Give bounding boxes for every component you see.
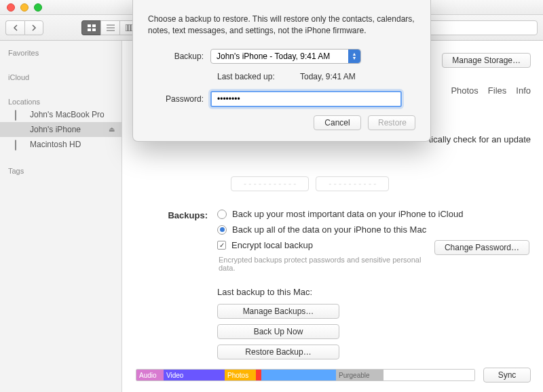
tabs: Photos Files Info bbox=[451, 85, 531, 96]
backup-field-label: Backup: bbox=[148, 52, 210, 61]
sync-button[interactable]: Sync bbox=[483, 368, 531, 383]
sidebar: Favorites iCloud Locations John's MacBoo… bbox=[0, 41, 122, 392]
fullscreen-window-button[interactable] bbox=[34, 3, 42, 12]
backups-label: Backups: bbox=[136, 209, 217, 359]
iphone-icon bbox=[15, 125, 26, 134]
last-backed-value: Today, 9:41 AM bbox=[300, 72, 356, 81]
radio-label: Back up your most important data on your… bbox=[232, 209, 463, 219]
sheet-description: Choose a backup to restore. This will re… bbox=[148, 14, 415, 37]
storage-seg-other bbox=[256, 370, 261, 380]
storage-seg-free bbox=[383, 370, 474, 380]
encrypt-checkbox[interactable]: ✓ Encrypt local backup bbox=[217, 240, 434, 250]
nav-buttons bbox=[5, 20, 43, 35]
check-update-button-ghost: - - - - - - - - - - - bbox=[231, 176, 309, 191]
svg-rect-3 bbox=[92, 28, 96, 31]
storage-row: Audio Video Photos Purgeable Sync bbox=[136, 368, 531, 383]
sidebar-section-locations: Locations bbox=[0, 94, 121, 107]
cancel-button[interactable]: Cancel bbox=[314, 115, 361, 130]
svg-rect-2 bbox=[88, 28, 91, 31]
svg-rect-1 bbox=[92, 24, 96, 27]
forward-button[interactable] bbox=[24, 20, 43, 35]
sidebar-item-label: John's iPhone bbox=[30, 125, 81, 134]
close-window-button[interactable] bbox=[7, 3, 15, 12]
storage-seg-apps bbox=[261, 370, 336, 380]
view-list-button[interactable] bbox=[100, 20, 119, 35]
update-check-text: tically check for an update bbox=[429, 134, 531, 144]
sidebar-section-tags: Tags bbox=[0, 163, 121, 176]
select-arrows-icon: ▲▼ bbox=[348, 50, 360, 63]
sidebar-section-favorites: Favorites bbox=[0, 45, 121, 58]
minimize-window-button[interactable] bbox=[20, 3, 29, 12]
storage-seg-video: Video bbox=[164, 370, 225, 380]
tab-photos[interactable]: Photos bbox=[451, 85, 478, 96]
last-backup-header: Last backup to this Mac: bbox=[217, 287, 529, 297]
tab-info[interactable]: Info bbox=[516, 85, 531, 96]
svg-rect-0 bbox=[88, 24, 91, 27]
backup-mac-radio[interactable]: Back up all of the data on your iPhone t… bbox=[217, 224, 529, 235]
storage-bar: Audio Video Photos Purgeable bbox=[136, 369, 475, 381]
checkbox-label: Encrypt local backup bbox=[231, 240, 313, 250]
storage-seg-purgeable: Purgeable bbox=[336, 370, 383, 380]
manage-storage-button[interactable]: Manage Storage… bbox=[442, 53, 531, 68]
radio-label: Back up all of the data on your iPhone t… bbox=[232, 224, 426, 235]
password-field-label: Password: bbox=[148, 94, 210, 104]
view-icon-button[interactable] bbox=[81, 20, 100, 35]
back-up-now-button[interactable]: Back Up Now bbox=[217, 324, 339, 339]
backups-section: Backups: Back up your most important dat… bbox=[136, 209, 529, 359]
last-backed-label: Last backed up: bbox=[217, 72, 300, 81]
sidebar-item-label: John's MacBook Pro bbox=[30, 110, 105, 119]
restore-backup-sheet: Choose a backup to restore. This will re… bbox=[132, 0, 431, 142]
restore-iphone-button-ghost: - - - - - - - - - - bbox=[316, 176, 389, 191]
storage-seg-photos: Photos bbox=[225, 370, 256, 380]
backup-select[interactable]: John's iPhone - Today, 9:41 AM ▲▼ bbox=[210, 49, 361, 64]
backup-icloud-radio[interactable]: Back up your most important data on your… bbox=[217, 209, 529, 219]
radio-icon bbox=[217, 225, 227, 235]
radio-icon bbox=[217, 210, 227, 219]
checkbox-icon: ✓ bbox=[217, 241, 226, 250]
restore-button[interactable]: Restore bbox=[368, 115, 415, 130]
sidebar-item-macbook[interactable]: John's MacBook Pro bbox=[0, 107, 121, 122]
hdd-icon bbox=[15, 140, 26, 149]
storage-seg-audio: Audio bbox=[136, 370, 164, 380]
eject-icon[interactable]: ⏏ bbox=[109, 125, 115, 133]
restore-backup-button[interactable]: Restore Backup… bbox=[217, 345, 339, 359]
encrypt-note: Encrypted backups protect passwords and … bbox=[219, 256, 434, 272]
back-button[interactable] bbox=[5, 20, 24, 35]
traffic-lights bbox=[7, 3, 42, 12]
sidebar-item-macintosh-hd[interactable]: Macintosh HD bbox=[0, 137, 121, 152]
tab-files[interactable]: Files bbox=[488, 85, 506, 96]
password-input[interactable] bbox=[210, 91, 402, 107]
manage-backups-button[interactable]: Manage Backups… bbox=[217, 304, 339, 319]
sidebar-section-icloud: iCloud bbox=[0, 69, 121, 83]
sidebar-item-label: Macintosh HD bbox=[30, 140, 81, 149]
backup-select-value: John's iPhone - Today, 9:41 AM bbox=[217, 52, 330, 61]
change-password-button[interactable]: Change Password… bbox=[434, 240, 529, 255]
svg-rect-8 bbox=[128, 24, 130, 31]
laptop-icon bbox=[15, 111, 26, 119]
svg-rect-7 bbox=[126, 24, 128, 31]
sidebar-item-iphone[interactable]: John's iPhone ⏏ bbox=[0, 122, 121, 137]
